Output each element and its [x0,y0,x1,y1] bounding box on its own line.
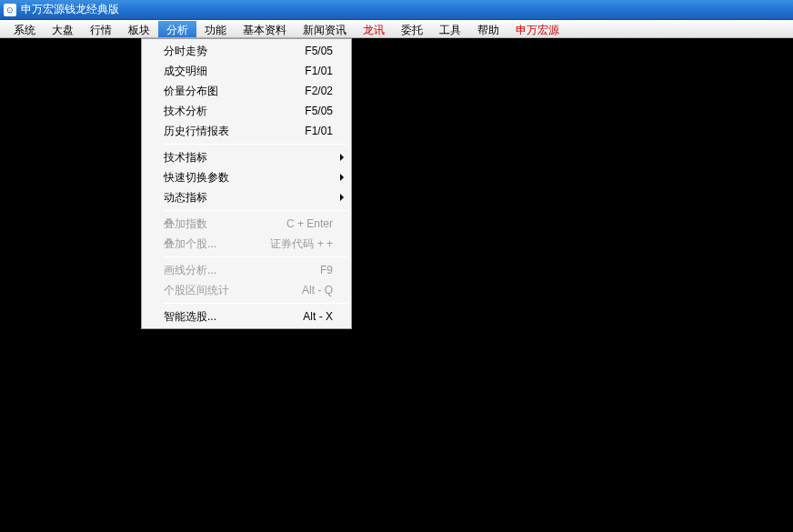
menuitem-label: 技术指标 [164,150,346,166]
menu-sectors[interactable]: 板块 [120,21,158,37]
menuitem-timeshare[interactable]: 分时走势 F5/05 [144,41,349,61]
menuitem-label: 叠加指数 [164,216,286,232]
menu-longxun[interactable]: 龙讯 [355,21,393,37]
menuitem-shortcut: F1/01 [305,65,346,77]
menuitem-tech-indicator[interactable]: 技术指标 [144,147,349,167]
menuitem-shortcut: 证券代码 + + [270,236,346,252]
menuitem-label: 快速切换参数 [164,170,346,186]
analysis-dropdown: 分时走势 F5/05 成交明细 F1/01 价量分布图 F2/02 技术分析 F… [141,38,352,329]
menuitem-label: 成交明细 [164,64,305,79]
menuitem-label: 个股区间统计 [164,283,302,298]
menuitem-shortcut: F2/02 [305,85,346,97]
menuitem-label: 分时走势 [164,44,305,59]
menuitem-shortcut: F1/01 [305,125,346,137]
menu-market[interactable]: 大盘 [44,21,82,37]
menu-swhy[interactable]: 申万宏源 [507,21,567,37]
app-icon: ⊙ [4,4,16,16]
menuitem-label: 技术分析 [164,104,305,119]
menuitem-history-report[interactable]: 历史行情报表 F1/01 [144,121,349,141]
menuitem-shortcut: Alt - X [303,310,346,323]
menu-quotes[interactable]: 行情 [82,21,120,37]
menuitem-shortcut: C + Enter [286,217,346,230]
menuitem-price-volume[interactable]: 价量分布图 F2/02 [144,81,349,101]
menuitem-technical[interactable]: 技术分析 F5/05 [144,101,349,121]
menuitem-label: 叠加个股... [164,236,270,252]
menuitem-label: 价量分布图 [164,84,305,99]
menuitem-shortcut: F5/05 [305,105,346,117]
menuitem-overlay-stock: 叠加个股... 证券代码 + + [144,234,349,254]
menu-separator [164,303,347,304]
menuitem-shortcut: Alt - Q [302,284,346,296]
menuitem-dynamic-indicator[interactable]: 动态指标 [144,187,349,207]
menuitem-smart-select[interactable]: 智能选股... Alt - X [144,306,349,326]
menu-basicinfo[interactable]: 基本资料 [235,21,295,37]
menuitem-quick-params[interactable]: 快速切换参数 [144,167,349,187]
menu-analysis[interactable]: 分析 [158,21,196,37]
menu-system[interactable]: 系统 [5,21,44,37]
menu-separator [164,144,347,145]
menuitem-shortcut: F9 [320,264,346,276]
menuitem-range-stats: 个股区间统计 Alt - Q [144,280,349,300]
menubar: 系统 大盘 行情 板块 分析 功能 基本资料 新闻资讯 龙讯 委托 工具 帮助 … [0,20,793,38]
window-title: 申万宏源钱龙经典版 [21,2,119,17]
chevron-right-icon [340,174,344,181]
chevron-right-icon [340,194,344,201]
menu-separator [164,210,347,211]
menuitem-label: 动态指标 [164,190,346,206]
menuitem-shortcut: F5/05 [305,45,346,57]
titlebar: ⊙ 申万宏源钱龙经典版 [0,0,793,20]
menu-news[interactable]: 新闻资讯 [295,21,355,37]
menuitem-label: 智能选股... [164,309,303,325]
menuitem-drawline: 画线分析... F9 [144,260,349,280]
menuitem-label: 画线分析... [164,263,320,278]
content-area [0,38,793,532]
menu-functions[interactable]: 功能 [196,21,235,37]
chevron-right-icon [340,154,344,161]
menu-orders[interactable]: 委托 [393,21,431,37]
menu-separator [164,256,347,257]
menu-tools[interactable]: 工具 [431,21,469,37]
menuitem-overlay-index: 叠加指数 C + Enter [144,214,349,234]
menu-help[interactable]: 帮助 [469,21,507,37]
menuitem-trade-detail[interactable]: 成交明细 F1/01 [144,61,349,81]
menuitem-label: 历史行情报表 [164,124,305,139]
